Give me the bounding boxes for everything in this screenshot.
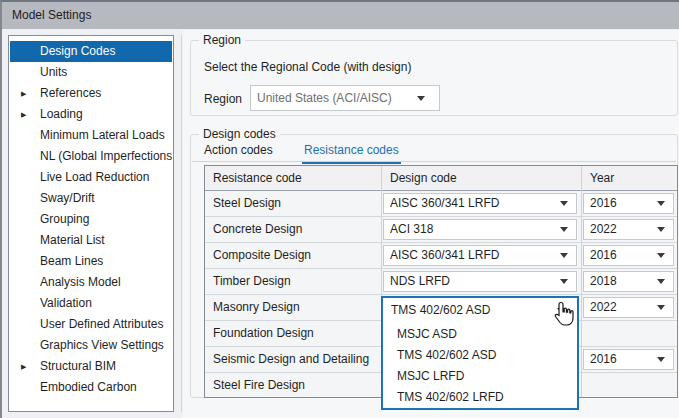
year-select[interactable]: 2018 (583, 271, 674, 292)
year-select[interactable]: 2016 (583, 349, 674, 370)
year-select[interactable]: 2016 (583, 193, 674, 214)
table-row-composite-design: Composite Design AISC 360/341 LRFD 2016 (205, 243, 677, 269)
design-codes-page: Region Select the Regional Code (with de… (183, 30, 679, 418)
sidebar-item-validation[interactable]: Validation (10, 293, 172, 314)
sidebar-item-loading[interactable]: ▶Loading (10, 104, 172, 125)
chevron-down-icon (657, 357, 665, 362)
chevron-down-icon (560, 253, 568, 258)
table-row-concrete-design: Concrete Design ACI 318 2022 (205, 217, 677, 243)
sidebar-item-minimum-lateral-loads[interactable]: Minimum Lateral Loads (10, 125, 172, 146)
region-group-title: Region (199, 33, 245, 47)
sidebar-item-design-codes[interactable]: Design Codes (10, 41, 172, 62)
expand-arrow-icon[interactable]: ▶ (21, 356, 26, 377)
chevron-down-icon (560, 201, 568, 206)
hand-cursor-icon (553, 301, 575, 332)
design-code-select[interactable]: NDS LRFD (383, 271, 577, 292)
sidebar-item-user-defined-attributes[interactable]: User Defined Attributes (10, 314, 172, 335)
design-code-select[interactable]: ACI 318 (383, 219, 577, 240)
design-codes-group-title: Design codes (199, 127, 280, 141)
year-select[interactable]: 2022 (583, 297, 674, 318)
model-settings-dialog: Model Settings Design Codes Units ▶Refer… (0, 0, 679, 418)
design-code-select[interactable]: AISC 360/341 LRFD (383, 245, 577, 266)
year-select[interactable]: 2022 (583, 219, 674, 240)
sidebar-item-graphics-view-settings[interactable]: Graphics View Settings (10, 335, 172, 356)
chevron-down-icon (560, 227, 568, 232)
settings-nav-sidebar: Design Codes Units ▶References ▶Loading … (8, 35, 174, 412)
window-title: Model Settings (12, 2, 91, 29)
design-code-select[interactable]: AISC 360/341 LRFD (383, 193, 577, 214)
expand-arrow-icon[interactable]: ▶ (21, 83, 26, 104)
tab-action-codes[interactable]: Action codes (204, 142, 273, 161)
table-header-row: Resistance code Design code Year (205, 166, 677, 191)
dropdown-option-tms-402-602-lrfd[interactable]: TMS 402/602 LRFD (397, 387, 504, 408)
sidebar-item-grouping[interactable]: Grouping (10, 209, 172, 230)
header-year: Year (590, 166, 614, 190)
sidebar-item-units[interactable]: Units (10, 62, 172, 83)
sidebar-item-embodied-carbon[interactable]: Embodied Carbon (10, 377, 172, 398)
sidebar-item-nl-global-imperfections[interactable]: NL (Global Imperfections) (10, 146, 172, 167)
table-row-timber-design: Timber Design NDS LRFD 2018 (205, 269, 677, 295)
sidebar-item-material-list[interactable]: Material List (10, 230, 172, 251)
chevron-down-icon (657, 279, 665, 284)
tab-strip-divider (192, 161, 676, 162)
sidebar-item-live-load-reduction[interactable]: Live Load Reduction (10, 167, 172, 188)
sidebar-item-sway-drift[interactable]: Sway/Drift (10, 188, 172, 209)
sidebar-item-beam-lines[interactable]: Beam Lines (10, 251, 172, 272)
header-design-code: Design code (390, 166, 457, 190)
region-description: Select the Regional Code (with design) (204, 60, 411, 74)
chevron-down-icon (657, 201, 665, 206)
sidebar-item-structural-bim[interactable]: ▶Structural BIM (10, 356, 172, 377)
sidebar-splitter[interactable] (181, 35, 182, 412)
title-bar[interactable]: Model Settings (2, 2, 679, 29)
chevron-down-icon (657, 253, 665, 258)
dropdown-option-msjc-asd[interactable]: MSJC ASD (397, 324, 457, 345)
table-row-steel-design: Steel Design AISC 360/341 LRFD 2016 (205, 191, 677, 217)
chevron-down-icon (417, 96, 425, 101)
region-select[interactable]: United States (ACI/AISC) (250, 85, 440, 111)
chevron-down-icon (657, 227, 665, 232)
masonry-design-code-combobox[interactable]: TMS 402/602 ASD (383, 298, 577, 323)
chevron-down-icon (560, 279, 568, 284)
dropdown-option-tms-402-602-asd[interactable]: TMS 402/602 ASD (397, 345, 496, 366)
sidebar-item-analysis-model[interactable]: Analysis Model (10, 272, 172, 293)
dropdown-option-msjc-lrfd[interactable]: MSJC LRFD (397, 366, 464, 387)
masonry-design-code-combobox-open: TMS 402/602 ASD MSJC ASD TMS 402/602 ASD… (381, 296, 579, 410)
sidebar-item-references[interactable]: ▶References (10, 83, 172, 104)
region-field-label: Region (204, 92, 242, 106)
header-resistance-code: Resistance code (213, 166, 302, 190)
expand-arrow-icon[interactable]: ▶ (21, 104, 26, 125)
year-select[interactable]: 2016 (583, 245, 674, 266)
chevron-down-icon (657, 305, 665, 310)
